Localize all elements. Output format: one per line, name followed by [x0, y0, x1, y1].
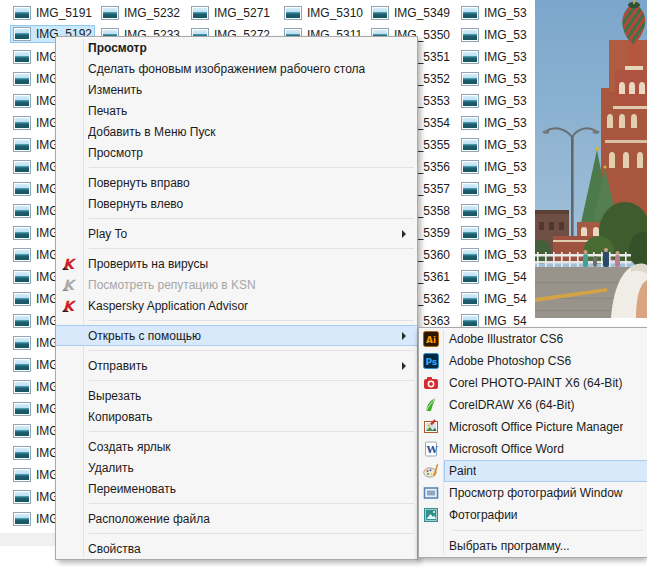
menu-item-ms-office-picture-manager[interactable]: Microsoft Office Picture Manager	[419, 416, 647, 438]
menu-item-copy[interactable]: Копировать	[56, 406, 417, 427]
menu-item-label: Сделать фоновым изображением рабочего ст…	[88, 62, 365, 76]
file-item[interactable]: IMG	[10, 400, 62, 418]
image-file-icon	[13, 336, 31, 350]
file-item[interactable]: IMG_53	[458, 26, 530, 44]
image-file-icon	[461, 50, 479, 64]
menu-item-pin-to-start-menu[interactable]: Добавить в Меню Пуск	[56, 121, 417, 142]
kaspersky-icon: K	[61, 298, 77, 314]
menu-item-choose-program[interactable]: Выбрать программу...	[419, 535, 647, 557]
file-item[interactable]: IMG	[10, 356, 62, 374]
file-item[interactable]: IMG_53	[458, 92, 530, 110]
menu-item-set-as-desktop-background[interactable]: Сделать фоновым изображением рабочего ст…	[56, 58, 417, 79]
file-item[interactable]: IMG_53	[458, 114, 530, 132]
file-item[interactable]: IMG_53	[458, 4, 530, 22]
file-item[interactable]: IMG	[10, 510, 62, 528]
submenu-arrow-icon	[402, 362, 406, 370]
image-file-icon	[371, 6, 389, 20]
menu-item-create-shortcut[interactable]: Создать ярлык	[56, 436, 417, 457]
menu-item-play-to[interactable]: Play To	[56, 223, 417, 244]
file-item[interactable]: IMG_5271	[188, 4, 273, 22]
file-item[interactable]: IMG_5310	[281, 4, 366, 22]
file-item[interactable]: IMG_53	[458, 246, 530, 264]
file-item[interactable]: IMG	[10, 202, 62, 220]
image-file-icon	[13, 468, 31, 482]
menu-item-corel-photo-paint-x6[interactable]: Corel PHOTO-PAINT X6 (64-Bit)	[419, 372, 647, 394]
menu-item-print[interactable]: Печать	[56, 100, 417, 121]
menu-item-label: Отправить	[88, 359, 148, 373]
menu-item-edit[interactable]: Изменить	[56, 79, 417, 100]
file-item[interactable]: IMG	[10, 224, 62, 242]
image-file-icon	[13, 182, 31, 196]
file-item[interactable]: IMG_5232	[98, 4, 183, 22]
menu-item-open-with[interactable]: Открыть с помощью	[56, 325, 417, 346]
file-item[interactable]: IMG_53	[458, 224, 530, 242]
file-item[interactable]: IMG_54	[458, 268, 530, 286]
file-item[interactable]: IMG	[10, 180, 62, 198]
file-item[interactable]: IMG	[10, 312, 62, 330]
image-file-icon	[13, 446, 31, 460]
menu-item-windows-photo-viewer[interactable]: Просмотр фотографий Windows	[419, 482, 647, 504]
menu-item-rotate-left[interactable]: Повернуть влево	[56, 193, 417, 214]
file-label: IMG_5310	[307, 6, 363, 20]
file-item[interactable]: IMG_53	[458, 158, 530, 176]
picture-manager-icon	[423, 419, 439, 435]
menu-item-properties[interactable]: Свойства	[56, 538, 417, 559]
file-item[interactable]: IMG_5349	[368, 4, 453, 22]
file-item[interactable]: IMG	[10, 268, 62, 286]
menu-item-scan-for-viruses[interactable]: KПроверить на вирусы	[56, 253, 417, 274]
file-item[interactable]: IMG	[10, 158, 62, 176]
photoshop-icon: Ps	[423, 353, 439, 369]
file-item[interactable]: IMG	[10, 488, 62, 506]
file-item[interactable]: IMG	[10, 70, 62, 88]
file-item[interactable]: IMG_53	[458, 48, 530, 66]
file-item[interactable]: IMG_54	[458, 290, 530, 308]
menu-item-adobe-illustrator-cs6[interactable]: AiAdobe Illustrator CS6	[419, 328, 647, 350]
menu-item-preview[interactable]: Просмотр	[56, 142, 417, 163]
menu-item-kaspersky-application-advisor[interactable]: KKaspersky Application Advisor	[56, 295, 417, 316]
menu-item-label: Microsoft Office Word	[449, 442, 564, 456]
menu-item-photos-app[interactable]: Фотографии	[419, 504, 647, 526]
file-item[interactable]: IMG	[10, 246, 62, 264]
submenu-arrow-icon	[402, 332, 406, 340]
menu-item-ms-office-word[interactable]: WMicrosoft Office Word	[419, 438, 647, 460]
file-item[interactable]: IMG	[10, 136, 62, 154]
file-item[interactable]: IMG	[10, 334, 62, 352]
menu-item-rotate-right[interactable]: Повернуть вправо	[56, 172, 417, 193]
menu-item-adobe-photoshop-cs6[interactable]: PsAdobe Photoshop CS6	[419, 350, 647, 372]
file-item[interactable]: IMG_5191	[10, 4, 95, 22]
file-item[interactable]: IMG	[10, 466, 62, 484]
image-file-icon	[13, 380, 31, 394]
menu-item-cut[interactable]: Вырезать	[56, 385, 417, 406]
menu-item-label: Paint	[449, 464, 476, 478]
menu-item-rename[interactable]: Переименовать	[56, 478, 417, 499]
image-file-icon	[461, 182, 479, 196]
menu-item-label: CorelDRAW X6 (64-Bit)	[449, 398, 575, 412]
menu-item-label: Фотографии	[449, 508, 518, 522]
image-file-icon	[461, 94, 479, 108]
image-file-icon	[101, 6, 119, 20]
image-file-icon	[13, 270, 31, 284]
menu-item-delete[interactable]: Удалить	[56, 457, 417, 478]
menu-item-send-to[interactable]: Отправить	[56, 355, 417, 376]
menu-item-label: Повернуть влево	[88, 197, 183, 211]
file-item[interactable]: IMG	[10, 92, 62, 110]
menu-separator	[89, 320, 414, 321]
file-item[interactable]: IMG	[10, 48, 62, 66]
menu-item-open-file-location[interactable]: Расположение файла	[56, 508, 417, 529]
menu-item-paint[interactable]: Paint	[419, 460, 647, 482]
file-item[interactable]: IMG	[10, 422, 62, 440]
file-item[interactable]: IMG	[10, 114, 62, 132]
file-item[interactable]: IMG	[10, 290, 62, 308]
menu-item-coreldraw-x6[interactable]: CorelDRAW X6 (64-Bit)	[419, 394, 647, 416]
file-item[interactable]: IMG_53	[458, 136, 530, 154]
image-file-icon	[461, 292, 479, 306]
menu-item-check-reputation-ksn[interactable]: KПосмотреть репутацию в KSN	[56, 274, 417, 295]
file-item[interactable]: IMG	[10, 444, 62, 462]
file-item[interactable]: IMG	[10, 378, 62, 396]
image-file-icon	[461, 28, 479, 42]
menu-item-view-default[interactable]: Просмотр	[56, 37, 417, 58]
file-item[interactable]: IMG_53	[458, 180, 530, 198]
file-item[interactable]: IMG_53	[458, 70, 530, 88]
kaspersky-icon: K	[61, 256, 77, 272]
file-item[interactable]: IMG_53	[458, 202, 530, 220]
